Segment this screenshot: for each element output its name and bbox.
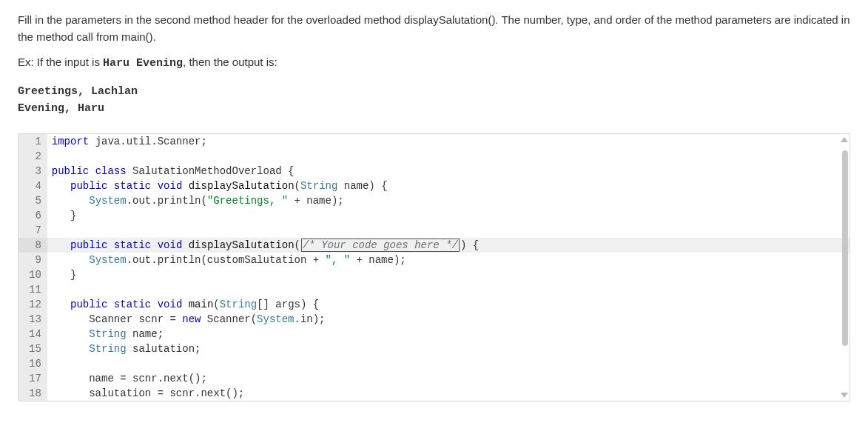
code-line[interactable]: 16	[18, 356, 850, 371]
code-line[interactable]: 11	[18, 282, 850, 297]
code-content[interactable]	[47, 223, 850, 238]
example-suffix: , then the output is:	[183, 56, 277, 68]
code-content[interactable]: public class SalutationMethodOverload {	[47, 164, 850, 179]
line-number: 16	[18, 356, 47, 371]
example-prefix: Ex: If the input is	[18, 56, 103, 68]
line-number: 7	[18, 223, 47, 238]
line-number: 3	[18, 164, 47, 179]
example-input: Haru Evening	[103, 57, 183, 70]
code-content[interactable]: salutation = scnr.next();	[47, 386, 850, 401]
line-number: 5	[18, 193, 47, 208]
code-line[interactable]: 9 System.out.println(customSalutation + …	[18, 253, 850, 267]
code-content[interactable]	[47, 356, 850, 371]
code-line[interactable]: 8 public static void displaySalutation(/…	[18, 238, 850, 253]
line-number: 10	[18, 267, 47, 282]
expected-output: Greetings, Lachlan Evening, Haru	[18, 83, 850, 118]
code-content[interactable]: public static void main(String[] args) {	[47, 297, 850, 312]
code-line[interactable]: 7	[18, 223, 850, 238]
editable-region[interactable]: /* Your code goes here */	[301, 239, 460, 252]
line-number: 2	[18, 149, 47, 164]
code-line[interactable]: 15 String salutation;	[18, 341, 850, 356]
line-number: 18	[18, 386, 47, 401]
code-line[interactable]: 18 salutation = scnr.next();	[18, 386, 850, 401]
code-content[interactable]: }	[47, 267, 850, 282]
code-line[interactable]: 17 name = scnr.next();	[18, 371, 850, 386]
problem-description: Fill in the parameters in the second met…	[18, 12, 850, 45]
line-number: 14	[18, 327, 47, 341]
code-content[interactable]: }	[47, 208, 850, 223]
code-content[interactable]: Scanner scnr = new Scanner(System.in);	[47, 312, 850, 327]
line-number: 4	[18, 179, 47, 193]
code-content[interactable]	[47, 149, 850, 164]
code-line[interactable]: 6 }	[18, 208, 850, 223]
line-number: 9	[18, 253, 47, 267]
code-line[interactable]: 2	[18, 149, 850, 164]
code-content[interactable]: String name;	[47, 327, 850, 341]
line-number: 1	[18, 134, 47, 149]
example-label: Ex: If the input is Haru Evening, then t…	[18, 54, 850, 73]
code-content[interactable]: System.out.println("Greetings, " + name)…	[47, 193, 850, 208]
line-number: 13	[18, 312, 47, 327]
line-number: 8	[18, 238, 47, 253]
code-line[interactable]: 5 System.out.println("Greetings, " + nam…	[18, 193, 850, 208]
code-content[interactable]: public static void displaySalutation(Str…	[47, 179, 850, 193]
line-number: 17	[18, 371, 47, 386]
code-content[interactable]	[47, 282, 850, 297]
line-number: 11	[18, 282, 47, 297]
code-line[interactable]: 12 public static void main(String[] args…	[18, 297, 850, 312]
code-line[interactable]: 13 Scanner scnr = new Scanner(System.in)…	[18, 312, 850, 327]
code-line[interactable]: 10 }	[18, 267, 850, 282]
line-number: 6	[18, 208, 47, 223]
code-line[interactable]: 14 String name;	[18, 327, 850, 341]
line-number: 15	[18, 341, 47, 356]
code-editor[interactable]: 1import java.util.Scanner;2 3public clas…	[18, 133, 850, 401]
code-content[interactable]: public static void displaySalutation(/* …	[47, 238, 850, 253]
code-line[interactable]: 3public class SalutationMethodOverload {	[18, 164, 850, 179]
code-content[interactable]: System.out.println(customSalutation + ",…	[47, 253, 850, 267]
code-line[interactable]: 4 public static void displaySalutation(S…	[18, 179, 850, 193]
code-content[interactable]: name = scnr.next();	[47, 371, 850, 386]
code-line[interactable]: 1import java.util.Scanner;	[18, 134, 850, 149]
code-content[interactable]: import java.util.Scanner;	[47, 134, 850, 149]
line-number: 12	[18, 297, 47, 312]
code-content[interactable]: String salutation;	[47, 341, 850, 356]
